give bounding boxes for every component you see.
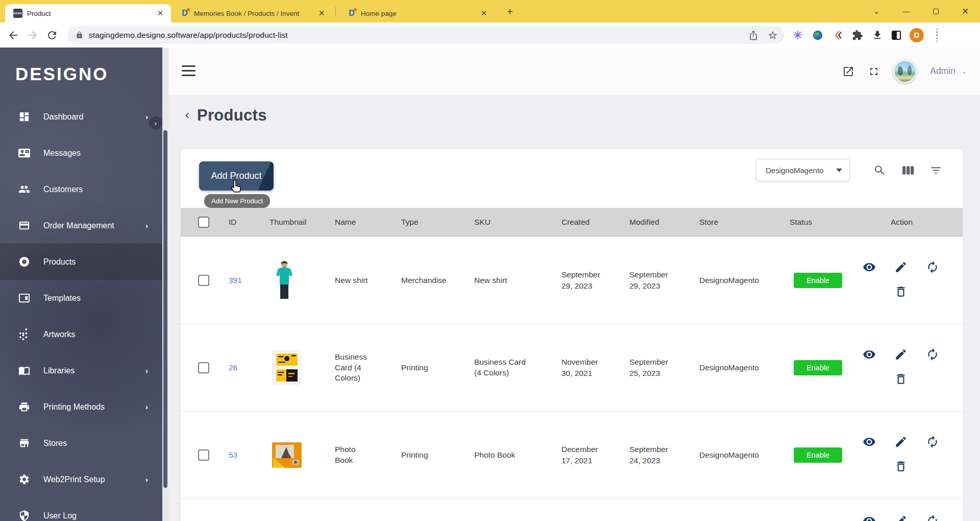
content-area: Products Add Product Add New Product Des… bbox=[168, 95, 980, 521]
forward-icon[interactable] bbox=[27, 29, 39, 41]
sync-icon[interactable] bbox=[926, 260, 939, 274]
chevrons-extension-icon[interactable] bbox=[832, 30, 843, 41]
row-checkbox[interactable] bbox=[198, 449, 209, 461]
store-filter-select[interactable]: DesignoMagento bbox=[756, 159, 850, 181]
col-header-created[interactable]: Created bbox=[561, 218, 629, 227]
status-badge[interactable]: Enable bbox=[794, 360, 842, 375]
fullscreen-icon[interactable] bbox=[868, 65, 880, 78]
select-all-checkbox[interactable] bbox=[198, 217, 209, 228]
filter-icon[interactable] bbox=[929, 164, 942, 177]
restore-icon[interactable] bbox=[921, 0, 950, 22]
page-title: Products bbox=[197, 106, 267, 125]
sidebar-item-libraries[interactable]: Libraries › bbox=[0, 352, 162, 389]
hamburger-menu-icon[interactable] bbox=[182, 65, 195, 76]
col-header-sku[interactable]: SKU bbox=[474, 218, 561, 227]
sidebar-item-artworks[interactable]: Artworks bbox=[0, 316, 162, 352]
window-menu-icon[interactable]: ⌄ bbox=[862, 0, 891, 22]
sidebar-item-order-management[interactable]: Order Management › bbox=[0, 207, 162, 244]
product-store: DesignoMagento bbox=[699, 412, 790, 499]
stores-icon bbox=[18, 437, 30, 449]
product-id-link[interactable]: 53 bbox=[229, 451, 237, 460]
user-log-icon bbox=[18, 510, 30, 521]
search-icon[interactable] bbox=[873, 164, 886, 177]
sync-icon[interactable] bbox=[926, 435, 939, 448]
tab-home-page[interactable]: D Home page ✕ bbox=[341, 4, 493, 22]
row-checkbox[interactable] bbox=[198, 362, 209, 373]
browser-profile-avatar[interactable]: D bbox=[910, 28, 924, 42]
reader-mode-icon[interactable] bbox=[892, 31, 901, 40]
delete-icon[interactable] bbox=[894, 285, 908, 298]
globe-extension-icon[interactable] bbox=[812, 30, 823, 41]
product-id-link[interactable]: 26 bbox=[229, 363, 237, 372]
sidebar-item-dashboard[interactable]: Dashboard › bbox=[0, 99, 162, 135]
puzzle-extensions-icon[interactable] bbox=[852, 30, 863, 41]
product-name: Business Card (4 Colors) bbox=[335, 352, 374, 384]
share-icon[interactable] bbox=[748, 30, 758, 40]
product-id-link[interactable]: 391 bbox=[229, 276, 242, 285]
view-icon[interactable] bbox=[863, 514, 876, 521]
col-header-type[interactable]: Type bbox=[401, 218, 474, 227]
sidebar-item-products[interactable]: Products bbox=[0, 244, 162, 280]
product-name: Photo Book bbox=[335, 444, 374, 466]
admin-avatar[interactable] bbox=[893, 60, 917, 83]
tab-product[interactable]: DGNO Product ✕ bbox=[5, 4, 171, 22]
address-bar[interactable]: stagingdemo.designo.software/app/product… bbox=[67, 26, 784, 44]
sync-icon[interactable] bbox=[926, 348, 939, 361]
sidebar-item-web2print-setup[interactable]: Web2Print Setup › bbox=[0, 461, 162, 498]
sidebar-item-templates[interactable]: Templates bbox=[0, 280, 162, 316]
sidebar-scrollbar[interactable] bbox=[162, 48, 168, 521]
edit-icon[interactable] bbox=[894, 435, 908, 448]
new-tab-button[interactable]: + bbox=[503, 5, 517, 18]
product-type: Printing bbox=[401, 412, 474, 499]
col-header-id[interactable]: ID bbox=[229, 218, 270, 227]
sidebar-collapse-handle[interactable]: › bbox=[149, 116, 162, 130]
sidebar-item-label: Artworks bbox=[43, 330, 75, 339]
back-chevron-icon[interactable] bbox=[182, 110, 193, 121]
row-checkbox[interactable] bbox=[198, 275, 209, 286]
printer-icon bbox=[18, 401, 30, 413]
scrollbar-thumb[interactable] bbox=[163, 130, 167, 488]
view-icon[interactable] bbox=[863, 260, 876, 274]
view-icon[interactable] bbox=[863, 435, 876, 448]
sidebar-item-stores[interactable]: Stores bbox=[0, 425, 162, 461]
edit-icon[interactable] bbox=[894, 260, 908, 274]
edit-icon[interactable] bbox=[894, 514, 908, 521]
sidebar-item-customers[interactable]: Customers bbox=[0, 171, 162, 207]
sidebar-item-messages[interactable]: Messages bbox=[0, 135, 162, 171]
sidebar-item-label: User Log bbox=[43, 511, 77, 520]
sync-icon[interactable] bbox=[926, 514, 939, 521]
delete-icon[interactable] bbox=[894, 460, 908, 473]
designo-favicon: DGNO bbox=[13, 9, 22, 18]
back-icon[interactable] bbox=[7, 29, 19, 41]
delete-icon[interactable] bbox=[894, 372, 908, 386]
bookmark-star-icon[interactable] bbox=[768, 30, 778, 40]
view-icon[interactable] bbox=[863, 348, 876, 361]
tab-close-icon[interactable]: ✕ bbox=[155, 8, 166, 19]
app-topbar: Admin ⌄ bbox=[168, 48, 980, 95]
close-icon[interactable]: ✕ bbox=[950, 0, 980, 22]
col-header-name[interactable]: Name bbox=[335, 218, 401, 227]
minimize-icon[interactable]: — bbox=[891, 0, 921, 22]
sidebar-item-printing-methods[interactable]: Printing Methods › bbox=[0, 389, 162, 425]
products-card: Add Product Add New Product DesignoMagen… bbox=[181, 149, 963, 521]
reload-icon[interactable] bbox=[46, 29, 58, 41]
starburst-extension-icon[interactable] bbox=[792, 30, 803, 41]
external-link-icon[interactable] bbox=[842, 65, 854, 78]
edit-icon[interactable] bbox=[894, 348, 908, 361]
col-header-modified[interactable]: Modified bbox=[629, 218, 699, 227]
tab-close-icon[interactable]: ✕ bbox=[316, 8, 327, 19]
chevron-down-icon[interactable]: ⌄ bbox=[962, 68, 967, 75]
browser-menu-icon[interactable]: ⋮⋮⋮ bbox=[933, 31, 941, 40]
status-badge[interactable]: Enable bbox=[794, 273, 842, 288]
browser-tab-bar: DGNO Product ✕ D Memories Book / Product… bbox=[0, 0, 980, 22]
admin-user-name[interactable]: Admin bbox=[930, 66, 955, 77]
sidebar-item-user-log[interactable]: User Log bbox=[0, 498, 162, 521]
download-icon[interactable] bbox=[872, 30, 883, 41]
columns-view-icon[interactable] bbox=[901, 164, 914, 177]
sidebar-item-label: Stores bbox=[43, 439, 67, 448]
product-store: DesignoMagento bbox=[699, 324, 790, 411]
tab-memories-book[interactable]: D Memories Book / Products / Invent ✕ bbox=[176, 4, 330, 22]
status-badge[interactable]: Enable bbox=[794, 447, 842, 463]
col-header-action: Action bbox=[891, 218, 963, 227]
tab-close-icon[interactable]: ✕ bbox=[478, 8, 489, 19]
